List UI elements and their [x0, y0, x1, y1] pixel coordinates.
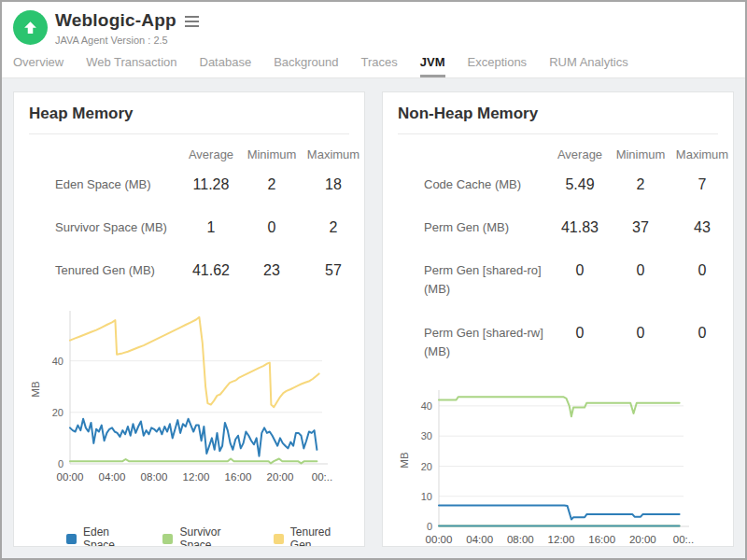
tab-database[interactable]: Database	[200, 55, 252, 77]
svg-text:30: 30	[421, 430, 432, 441]
svg-text:08:00: 08:00	[141, 471, 168, 483]
survivor-space-swatch	[162, 534, 173, 544]
svg-text:20: 20	[421, 460, 432, 471]
eden-space-swatch	[66, 534, 77, 544]
column-header-average: Average	[181, 147, 241, 161]
heap-chart-legend: Eden Space Survivor Space Tenured Gen	[66, 525, 349, 547]
column-header-average: Average	[550, 147, 610, 161]
content-area: Heap Memory Average Minimum Maximum Eden…	[2, 78, 745, 558]
metric-maximum: 57	[303, 261, 364, 280]
svg-text:16:00: 16:00	[225, 471, 252, 483]
svg-text:10: 10	[421, 491, 432, 502]
svg-text:00:..: 00:..	[312, 471, 332, 483]
metric-label: Tenured Gen (MB)	[29, 261, 181, 280]
metric-maximum: 18	[303, 175, 364, 194]
svg-text:16:00: 16:00	[588, 534, 615, 545]
tab-web-transaction[interactable]: Web Transaction	[86, 55, 176, 77]
table-row: Survivor Space (MB) 1 0 2	[29, 206, 364, 249]
metric-average: 5.49	[550, 175, 610, 194]
column-header-maximum: Maximum	[671, 147, 733, 161]
table-row: Perm Gen (MB) 41.83 37 43	[398, 206, 733, 249]
column-header-minimum: Minimum	[241, 147, 303, 161]
tab-jvm[interactable]: JVM	[420, 55, 445, 77]
metric-minimum: 2	[610, 175, 671, 194]
panel-title: Heap Memory	[29, 105, 349, 123]
heap-memory-chart: 0204000:0004:0008:0012:0016:0020:0000:..…	[29, 305, 349, 488]
metric-label: Survivor Space (MB)	[29, 218, 181, 237]
heap-chart-canvas: 0204000:0004:0008:0012:0016:0020:0000:..…	[29, 305, 341, 488]
svg-text:04:00: 04:00	[466, 534, 493, 545]
svg-text:0: 0	[427, 521, 432, 532]
metric-maximum: 7	[671, 175, 733, 194]
svg-text:00:00: 00:00	[57, 471, 84, 483]
panel-title: Non-Heap Memory	[398, 105, 718, 123]
metric-minimum: 37	[610, 218, 671, 237]
svg-text:12:00: 12:00	[183, 471, 210, 483]
page-title: Weblogic-App	[55, 10, 176, 31]
svg-text:40: 40	[421, 400, 432, 412]
metric-label: Perm Gen [shared-rw] (MB)	[398, 324, 550, 361]
svg-text:04:00: 04:00	[99, 471, 126, 483]
svg-text:00:00: 00:00	[426, 534, 453, 545]
metric-average: 0	[550, 324, 610, 343]
metric-minimum: 0	[241, 218, 303, 237]
metric-minimum: 0	[610, 324, 671, 343]
non-heap-metric-table: Average Minimum Maximum Code Cache (MB) …	[398, 140, 733, 373]
svg-text:00:..: 00:..	[673, 534, 694, 545]
tab-overview[interactable]: Overview	[13, 55, 63, 77]
legend-label: Eden Space	[83, 525, 138, 547]
menu-icon[interactable]	[185, 14, 199, 27]
app-header: Weblogic-App JAVA Agent Version : 2.5	[2, 2, 745, 46]
heap-memory-panel: Heap Memory Average Minimum Maximum Eden…	[13, 91, 365, 547]
column-header-minimum: Minimum	[610, 147, 671, 161]
tab-traces[interactable]: Traces	[361, 55, 398, 77]
svg-text:08:00: 08:00	[507, 534, 534, 545]
table-row: Tenured Gen (MB) 41.62 23 57	[29, 249, 364, 292]
status-up-icon	[13, 10, 48, 45]
svg-text:MB: MB	[30, 381, 41, 398]
metric-label: Perm Gen (MB)	[398, 218, 550, 237]
metric-maximum: 0	[671, 324, 733, 343]
svg-text:40: 40	[52, 356, 63, 367]
metric-minimum: 23	[241, 261, 303, 280]
svg-text:MB: MB	[399, 452, 410, 469]
table-row: Code Cache (MB) 5.49 2 7	[398, 163, 733, 206]
legend-label: Tenured Gen	[290, 525, 349, 547]
metric-maximum: 0	[671, 261, 733, 280]
metric-maximum: 43	[671, 218, 733, 237]
svg-text:20:00: 20:00	[629, 534, 656, 545]
svg-text:20: 20	[52, 407, 63, 418]
svg-text:12:00: 12:00	[548, 534, 575, 545]
metric-minimum: 0	[610, 261, 671, 280]
tab-bar: Overview Web Transaction Database Backgr…	[2, 46, 745, 78]
agent-version-label: JAVA Agent Version : 2.5	[55, 35, 199, 46]
svg-text:0: 0	[58, 458, 63, 469]
metric-minimum: 2	[241, 175, 303, 194]
metric-label: Perm Gen [shared-ro] (MB)	[398, 261, 550, 299]
metric-label: Eden Space (MB)	[29, 175, 181, 194]
legend-item-survivor-space[interactable]: Survivor Space	[162, 525, 248, 547]
legend-item-tenured-gen[interactable]: Tenured Gen	[274, 525, 349, 547]
non-heap-memory-panel: Non-Heap Memory Average Minimum Maximum …	[382, 91, 734, 547]
table-row: Perm Gen [shared-rw] (MB) 0 0 0	[398, 312, 733, 373]
divider	[29, 133, 349, 134]
heap-metric-table: Average Minimum Maximum Eden Space (MB) …	[29, 140, 364, 292]
legend-item-eden-space[interactable]: Eden Space	[66, 525, 138, 547]
metric-maximum: 2	[303, 218, 364, 237]
metric-label: Code Cache (MB)	[398, 175, 550, 194]
non-heap-memory-chart: 01020304000:0004:0008:0012:0016:0020:000…	[398, 386, 718, 547]
metric-average: 41.62	[181, 261, 241, 280]
legend-label: Survivor Space	[179, 525, 248, 547]
svg-text:20:00: 20:00	[267, 471, 294, 483]
tab-background[interactable]: Background	[274, 55, 338, 77]
tab-rum-analytics[interactable]: RUM Analytics	[549, 55, 628, 77]
metric-average: 41.83	[550, 218, 610, 237]
up-arrow-icon	[22, 20, 38, 35]
app-window: Weblogic-App JAVA Agent Version : 2.5 Ov…	[0, 0, 747, 560]
column-header-maximum: Maximum	[303, 147, 364, 161]
tab-exceptions[interactable]: Exceptions	[468, 55, 528, 77]
tenured-gen-swatch	[274, 534, 284, 544]
metric-average: 0	[550, 261, 610, 280]
divider	[398, 133, 718, 134]
non-heap-chart-canvas: 01020304000:0004:0008:0012:0016:0020:000…	[398, 386, 702, 547]
